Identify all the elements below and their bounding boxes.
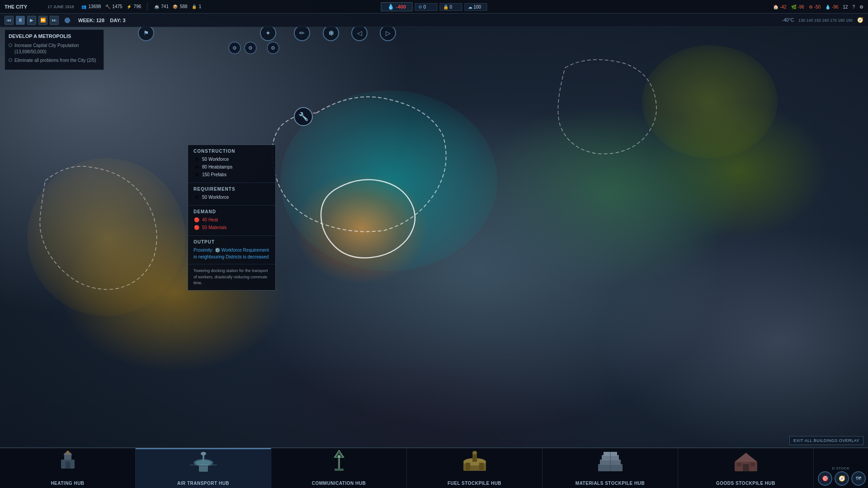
workforce-icon-c: ⚙: [193, 156, 200, 162]
status-zero: ⚙ 0: [415, 3, 438, 11]
heat-icon: 🔴: [193, 216, 200, 223]
bottom-right-icons: 🎯 🧭 🗺: [818, 471, 866, 486]
svg-rect-29: [743, 464, 749, 471]
map-icon-1[interactable]: ⚙: [228, 42, 241, 54]
quest-panel: DEVELOP A METROPOLIS Increase Capital Ci…: [5, 29, 104, 70]
map-icon-2[interactable]: ⚙: [244, 42, 257, 54]
communication-thumbnail: [271, 448, 406, 473]
materials-thumbnail: [542, 448, 678, 473]
map-icon-forward[interactable]: ▷: [380, 25, 396, 41]
lock-icon: 🔒: [191, 4, 198, 10]
svg-rect-21: [479, 463, 484, 470]
map-icon-edit[interactable]: ✏: [294, 25, 310, 41]
map-icon-faction[interactable]: ⚑: [138, 25, 154, 41]
svg-rect-3: [66, 462, 70, 469]
requirements-section: REQUIREMENTS ⚙ 50 Workforce: [188, 183, 275, 206]
building-slot-goods[interactable]: GOODS STOCKPILE HUB: [678, 448, 814, 488]
br-icon-compass[interactable]: 🧭: [835, 471, 849, 486]
btn-rewind[interactable]: ⏮: [5, 16, 14, 25]
req-workforce-icon: ⚙: [193, 194, 200, 200]
status-lock2: 🔒 0: [440, 3, 462, 11]
stat-nature: 🌿 -96: [791, 5, 804, 9]
demand-section: DEMAND 🔴 40 Heat 🔴 50 Materials: [188, 206, 275, 236]
status-snow: ☁ 100: [465, 3, 487, 11]
temp-main: 💧 -400: [381, 2, 413, 11]
bottom-bar: HEATING HUB AIR TRANSPORT HUB: [0, 447, 868, 488]
stat-industry: ⚙ -50: [809, 5, 821, 9]
construction-workforce: ⚙ 50 Workforce: [193, 156, 270, 162]
clock-indicator: [65, 18, 70, 23]
svg-point-19: [472, 451, 477, 455]
resource-workforce: 🔨 1475: [104, 4, 122, 10]
demand-title: DEMAND: [193, 209, 270, 214]
quest-item-1: Increase Capital City Population (13,698…: [9, 42, 100, 55]
prefabs-icon: ⚙: [193, 171, 200, 178]
air-transport-thumbnail: [136, 449, 271, 474]
stat-water: 💧 -96: [825, 5, 838, 9]
overlay-btn[interactable]: EXIT ALL BUILDINGS OVERLAY: [789, 436, 863, 445]
btn-ff[interactable]: ⏩: [38, 16, 47, 25]
communication-hub-label: COMMUNICATION HUB: [271, 481, 406, 486]
map-icon-snow[interactable]: ❄: [323, 25, 339, 41]
air-transport-hub-label: AIR TRANSPORT HUB: [136, 481, 271, 486]
resource-group-left: 👥 13698 🔨 1475 ⚡ 796 🚢 741 📦 588 🔒 1: [81, 3, 202, 11]
goods-thumbnail: [678, 448, 813, 473]
ships-icon: 🚢: [153, 4, 160, 10]
materials-icon: 🔴: [193, 224, 200, 230]
svg-marker-28: [735, 453, 757, 462]
quest-dot-2: [9, 58, 12, 62]
svg-rect-30: [737, 463, 741, 466]
city-name: THE CITY: [5, 4, 41, 9]
resource-ships: 🚢 741: [153, 4, 169, 10]
br-icon-target[interactable]: 🎯: [818, 471, 832, 486]
resource-lock: 🔒 1: [191, 4, 202, 10]
map-icon-3[interactable]: ⚙: [267, 42, 279, 54]
construction-prefabs: ⚙ 150 Prefabs: [193, 171, 270, 178]
description-text: Towering docking station for the transpo…: [193, 268, 270, 286]
map-icon-nav[interactable]: ✦: [260, 25, 276, 41]
construction-heatstamps: ⚙ 80 Heatstamps: [193, 164, 270, 170]
building-slot-fuel[interactable]: FUEL STOCKPILE HUB: [407, 448, 542, 488]
power-icon: ⚡: [126, 4, 132, 10]
fuel-stockpile-hub-label: FUEL STOCKPILE HUB: [407, 481, 542, 486]
quest-title: DEVELOP A METROPOLIS: [9, 33, 100, 39]
quest-item-2: Eliminate all problems from the City (2/…: [9, 57, 100, 64]
heating-hub-label: HEATING HUB: [0, 481, 135, 486]
building-panel: CONSTRUCTION ⚙ 50 Workforce ⚙ 80 Heatsta…: [188, 145, 276, 291]
requirements-title: REQUIREMENTS: [193, 187, 270, 192]
description-section: Towering docking station for the transpo…: [188, 264, 275, 290]
btn-pause[interactable]: ⏸: [16, 16, 25, 25]
resource-power: ⚡ 796: [126, 4, 142, 10]
svg-point-9: [201, 452, 206, 455]
population-icon: 👥: [81, 4, 87, 10]
btn-play[interactable]: ▶: [27, 16, 36, 25]
quest-dot-1: [9, 43, 12, 47]
stat-question[interactable]: ?: [852, 5, 855, 9]
construction-section: CONSTRUCTION ⚙ 50 Workforce ⚙ 80 Heatsta…: [188, 145, 275, 183]
temp-scale-bar: -40°C 130 140 150 160 170 180 190 🧭: [782, 17, 863, 23]
building-slot-air-transport[interactable]: AIR TRANSPORT HUB: [136, 448, 271, 488]
br-icon-map[interactable]: 🗺: [851, 471, 866, 486]
map-icon-wrench[interactable]: 🔧: [294, 107, 313, 126]
building-slot-materials[interactable]: MATERIALS STOCKPILE HUB: [542, 448, 678, 488]
resource-population: 👥 13698: [81, 4, 101, 10]
goods-stockpile-hub-label: GOODS STOCKPILE HUB: [678, 481, 813, 486]
requirements-workforce: ⚙ 50 Workforce: [193, 194, 270, 200]
map-icon-back[interactable]: ◁: [351, 25, 368, 41]
materials-stockpile-hub-label: MATERIALS STOCKPILE HUB: [542, 481, 678, 486]
building-slot-communication[interactable]: COMMUNICATION HUB: [271, 448, 407, 488]
heatstamps-icon: ⚙: [193, 164, 200, 170]
divider-1: [147, 3, 147, 11]
building-slot-heating[interactable]: HEATING HUB: [0, 448, 136, 488]
resource-goods: 📦 588: [172, 4, 188, 10]
stat-settings[interactable]: ⚙: [859, 5, 863, 9]
compass-btn[interactable]: 🧭: [857, 17, 863, 23]
btn-fff[interactable]: ⏭: [50, 16, 59, 25]
output-title: OUTPUT: [193, 239, 270, 244]
map-background: [0, 0, 868, 488]
center-top-stats: 💧 -400 ⚙ 0 🔒 0 ☁ 100: [381, 0, 487, 14]
construction-title: CONSTRUCTION: [193, 149, 270, 154]
svg-point-15: [338, 455, 340, 458]
stat-housing: 🏠 -42: [773, 5, 786, 9]
svg-rect-31: [750, 463, 755, 466]
